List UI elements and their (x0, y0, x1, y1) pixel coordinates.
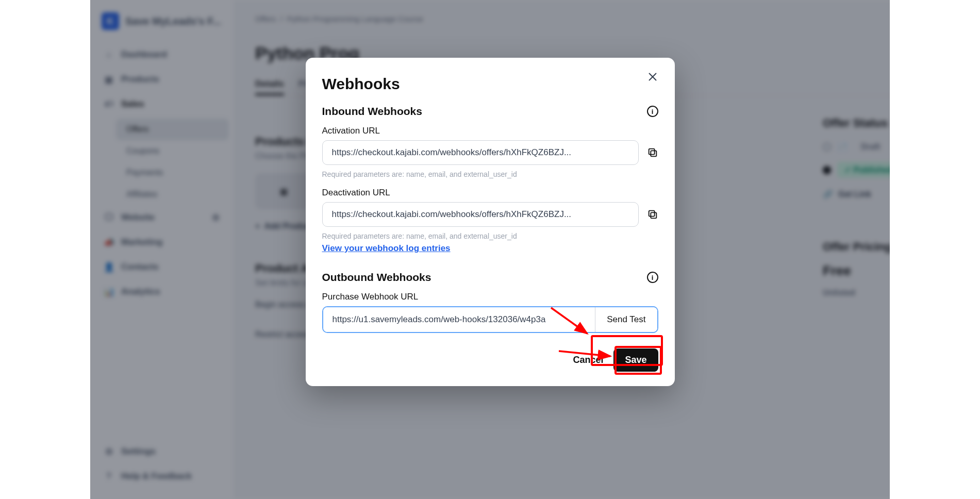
svg-rect-2 (651, 212, 656, 218)
deactivation-label: Deactivation URL (322, 188, 658, 198)
cancel-button[interactable]: Cancel (573, 355, 603, 365)
copy-button[interactable] (647, 209, 658, 220)
info-icon[interactable]: i (647, 106, 658, 117)
activation-label: Activation URL (322, 126, 658, 136)
activation-url-input[interactable]: https://checkout.kajabi.com/webhooks/off… (322, 140, 639, 165)
copy-icon (647, 147, 658, 158)
copy-button[interactable] (647, 147, 658, 158)
modal-overlay: Webhooks Inbound Webhooks i Activation U… (90, 0, 890, 499)
close-button[interactable] (647, 71, 659, 84)
info-icon[interactable]: i (647, 272, 658, 283)
purchase-label: Purchase Webhook URL (322, 292, 658, 302)
close-icon (647, 71, 658, 82)
activation-hint: Required parameters are: name, email, an… (322, 170, 658, 178)
purchase-url-input[interactable] (323, 307, 595, 332)
webhooks-modal: Webhooks Inbound Webhooks i Activation U… (306, 58, 675, 386)
svg-rect-1 (649, 149, 654, 155)
deactivation-url-input[interactable]: https://checkout.kajabi.com/webhooks/off… (322, 202, 639, 227)
send-test-button[interactable]: Send Test (595, 307, 657, 332)
copy-icon (647, 209, 658, 220)
deactivation-hint: Required parameters are: name, email, an… (322, 232, 658, 240)
modal-title: Webhooks (322, 75, 658, 93)
inbound-heading: Inbound Webhooks (322, 105, 422, 118)
log-entries-link[interactable]: View your webhook log entries (322, 243, 451, 254)
svg-rect-0 (651, 151, 656, 156)
svg-rect-3 (649, 211, 654, 217)
purchase-url-row: Send Test (322, 306, 658, 333)
outbound-heading: Outbound Webhooks (322, 271, 431, 284)
save-button[interactable]: Save (613, 348, 658, 372)
